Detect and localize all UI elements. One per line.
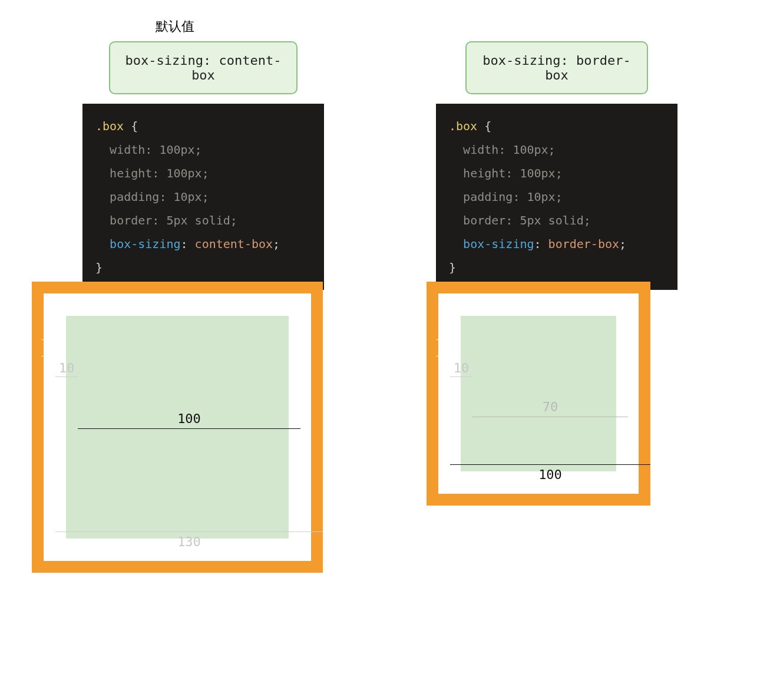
code-selector: .box [95, 119, 124, 133]
total-width-value: 100 [538, 467, 562, 482]
code-width: width: 100px; [463, 143, 556, 157]
code-width: width: 100px; [110, 143, 202, 157]
code-border: border: 5px solid; [463, 213, 591, 227]
code-height: height: 100px; [463, 166, 563, 180]
total-width-value: 130 [177, 534, 201, 549]
code-padding: padding: 10px; [110, 190, 209, 204]
code-selector: .box [449, 119, 477, 133]
code-border: border: 5px solid; [110, 213, 237, 227]
content-box-pill: box-sizing: content-box [109, 41, 298, 94]
default-value-label: 默认值 [156, 18, 194, 35]
code-sizing-prop: box-sizing [463, 237, 534, 251]
content-width-value: 100 [177, 411, 201, 426]
content-width-label: 70 [472, 399, 628, 417]
dimension-rule [78, 428, 300, 429]
content-box-code: .box { width: 100px; height: 100px; padd… [82, 104, 324, 290]
border-size-label: 5 [41, 339, 58, 356]
border-box-pill: box-sizing: border-box [465, 41, 648, 94]
code-sizing-val: content-box [195, 237, 273, 251]
box-sizing-diagram: 默认值 box-sizing: content-box .box { width… [0, 0, 780, 700]
code-brace-open: { [484, 119, 491, 133]
border-size-label: 5 [436, 339, 452, 356]
code-brace-close: } [95, 260, 103, 275]
code-height: height: 100px; [110, 166, 209, 180]
content-box-diagram: 5 10 100 130 [32, 282, 323, 573]
dimension-rule [472, 417, 628, 417]
content-box-column: box-sizing: content-box .box { width: 10… [82, 41, 324, 290]
dimension-rule [55, 531, 323, 532]
total-width-label: 100 [450, 464, 650, 482]
dimension-rule [450, 464, 650, 465]
code-sizing-prop: box-sizing [110, 237, 180, 251]
total-width-label: 130 [55, 531, 323, 549]
content-width-value: 70 [543, 399, 558, 414]
box-border-area: 5 10 70 100 [427, 282, 650, 506]
padding-size-label: 10 [450, 361, 472, 377]
content-width-label: 100 [78, 411, 300, 429]
code-sizing-val: border-box [548, 237, 619, 251]
border-box-code: .box { width: 100px; height: 100px; padd… [436, 104, 677, 290]
border-box-diagram: 5 10 70 100 [427, 282, 650, 506]
code-brace-open: { [131, 119, 138, 133]
padding-size-label: 10 [55, 361, 78, 377]
code-brace-close: } [449, 260, 456, 275]
code-padding: padding: 10px; [463, 190, 563, 204]
box-content-area [461, 316, 616, 471]
border-box-column: box-sizing: border-box .box { width: 100… [436, 41, 677, 290]
box-border-area: 5 10 100 130 [32, 282, 323, 573]
